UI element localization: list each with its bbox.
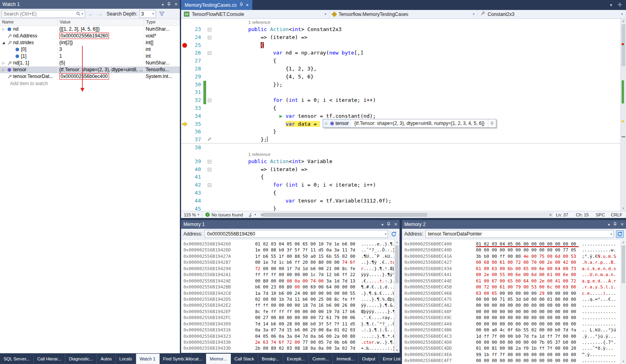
- memory-row[interactable]: 0x000002556B1942D502 00 00 1b 7d 11 b6 0…: [183, 296, 394, 302]
- current-statement-margin[interactable]: [181, 120, 189, 128]
- expander-icon[interactable]: ◢: [1, 39, 6, 46]
- refresh-icon[interactable]: [616, 230, 624, 238]
- memory-row[interactable]: 0x000002556B0EC4A900 00 00 00 00 00 00 0…: [404, 321, 620, 327]
- address-input-box[interactable]: ▾: [205, 230, 388, 238]
- breakpoint-margin[interactable]: [181, 112, 189, 120]
- memory-row[interactable]: 0x000002556B1942AE00 80 00 00 08 0a 00 7…: [183, 278, 394, 284]
- memory-row[interactable]: 0x000002556B0EC47500 00 00 71 05 3d b0 0…: [404, 296, 620, 302]
- watch-row[interactable]: [1]1int: [0, 53, 180, 60]
- breakpoint-margin[interactable]: [181, 104, 189, 112]
- memory-1-hex-dump[interactable]: 0x000002556B19426001 02 03 04 05 06 65 0…: [181, 240, 394, 353]
- column-header-value[interactable]: Value: [58, 19, 144, 25]
- pin-icon[interactable]: [488, 119, 496, 127]
- expander-icon[interactable]: ▷: [1, 66, 6, 73]
- breakpoint-margin[interactable]: [181, 65, 189, 73]
- codelens-references[interactable]: 1 reference: [181, 19, 620, 25]
- memory-row[interactable]: 0x000002556B0EC44E61 00 67 00 65 00 64 0…: [404, 278, 620, 284]
- expander-icon[interactable]: ▷: [1, 26, 6, 33]
- breakpoint-margin[interactable]: [181, 73, 189, 81]
- scroll-down-icon[interactable]: ▼: [394, 348, 400, 353]
- memory-row[interactable]: 0x000002556B0EC4C31d ff 7f 00 00 b0 7d f…: [404, 333, 620, 339]
- breakpoint-margin[interactable]: [181, 189, 189, 197]
- fold-toggle[interactable]: −: [206, 33, 213, 41]
- column-header-name[interactable]: Name: [0, 19, 58, 25]
- memory-row[interactable]: 0x000002556B0EC4B600 00 a0 4c 0f 6b 55 0…: [404, 327, 620, 333]
- breakpoint-margin[interactable]: [181, 181, 189, 189]
- memory-row[interactable]: 0x000002556B19433D2b 00 89 02 03 08 18 0…: [183, 345, 394, 351]
- zoom-control[interactable]: 115 %▾: [181, 211, 202, 218]
- status-spaces-mode[interactable]: SPC: [594, 212, 609, 217]
- breakpoint-margin[interactable]: [181, 96, 189, 104]
- memory-row[interactable]: 0x000002556B1942A1ff ff ff 00 00 00 00 1…: [183, 272, 394, 278]
- watch-row[interactable]: [0]3int: [0, 46, 180, 53]
- watch-row[interactable]: ▷nd[1, 1]{5}NumShar...: [0, 60, 180, 66]
- column-header-type[interactable]: Type: [144, 19, 180, 25]
- memory-row[interactable]: 0x000002556B19429472 00 00 00 1f 7d 1d b…: [183, 266, 394, 272]
- refresh-icon[interactable]: [390, 231, 397, 237]
- memory-row[interactable]: 0x000002556B19426001 02 03 04 05 06 65 0…: [183, 241, 394, 247]
- scrollbar-thumb[interactable]: [622, 24, 625, 66]
- memory-row[interactable]: 0x000002556B1943160a 3a 07 7d 15 b6 00 2…: [183, 327, 394, 333]
- memory-row[interactable]: 0x000002556B0EC45B00 72 00 61 00 79 00 5…: [404, 284, 620, 290]
- bottom-tab-excepti-[interactable]: Excepti...: [283, 354, 309, 364]
- chevron-down-icon[interactable]: ▾: [385, 232, 386, 236]
- bottom-tab-sql-server-[interactable]: SQL Server...: [0, 354, 34, 364]
- watch-row[interactable]: ▷tensor{tf.Tensor: shape=(2, 3), dtype=u…: [0, 66, 180, 73]
- status-line-ending[interactable]: CRLF: [609, 212, 626, 217]
- chevron-down-icon[interactable]: ▾: [381, 222, 383, 227]
- fold-toggle[interactable]: −: [206, 49, 213, 57]
- scroll-up-icon[interactable]: ▲: [394, 240, 400, 245]
- memory-row[interactable]: 0x000002556B0EC44100 2e 00 55 00 6e 00 6…: [404, 272, 620, 278]
- address-input-box[interactable]: ▾: [425, 230, 614, 238]
- search-dropdown-icon[interactable]: ▾: [82, 12, 83, 16]
- breakpoint-margin[interactable]: [181, 41, 189, 49]
- bottom-tab--allocat-[interactable]: 'Allocat...: [181, 354, 206, 364]
- breakpoint-margin[interactable]: [181, 25, 189, 33]
- codelens-references[interactable]: 1 reference: [181, 152, 620, 158]
- memory-row[interactable]: 0x000002556B19426D1e 00 88 b0 3f 5f 7f 1…: [183, 247, 394, 253]
- breakpoint-margin[interactable]: [181, 173, 189, 181]
- fold-toggle[interactable]: −: [206, 158, 213, 165]
- breakpoint-margin[interactable]: [181, 165, 189, 173]
- breakpoint-margin[interactable]: [181, 88, 189, 96]
- breakpoint-margin[interactable]: [181, 144, 189, 152]
- memory-2-hex-dump[interactable]: 0x000002556B0EC40001 02 03 04 05 06 00 0…: [402, 240, 620, 364]
- member-dropdown[interactable]: Constant2x3 ▾: [478, 10, 626, 18]
- memory-row[interactable]: 0x000002556B0EC4EA99 1b ff 7f 00 00 00 0…: [404, 352, 620, 358]
- bottom-tab-memor-[interactable]: Memor...: [206, 354, 231, 364]
- memory-row[interactable]: 0x000002556B0EC48200 00 00 00 00 00 00 0…: [404, 302, 620, 308]
- search-input[interactable]: [4, 11, 75, 17]
- memory-row[interactable]: 0x000002556B1943097d 14 b6 00 28 00 88 b…: [183, 321, 394, 327]
- breakpoint-margin[interactable]: [181, 81, 189, 89]
- pin-icon[interactable]: [167, 2, 171, 7]
- bottom-tab-immedi-[interactable]: Immedi...: [333, 354, 358, 364]
- scrollbar-thumb[interactable]: [622, 245, 625, 283]
- scroll-up-icon[interactable]: ▲: [621, 19, 626, 23]
- fold-toggle[interactable]: −: [206, 25, 213, 33]
- memory-row[interactable]: 0x000002556B1942C81a 7d 10 b6 00 24 00 8…: [183, 290, 394, 296]
- memory-row[interactable]: 0x000002556B0EC4DD01 00 81 00 98 2a f0 1…: [404, 345, 620, 351]
- filter-icon[interactable]: [158, 12, 166, 16]
- pin-icon[interactable]: [387, 222, 390, 227]
- memory-row[interactable]: 0x000002556B0EC49C00 00 00 00 00 00 00 0…: [404, 315, 620, 321]
- bottom-tab-breakp-[interactable]: Breakp...: [258, 354, 283, 364]
- editor-horizontal-scrollbar[interactable]: ◀ ▶: [260, 212, 553, 217]
- watch-row[interactable]: nd.Address0x000002556b194260void*: [0, 33, 180, 39]
- expander-icon[interactable]: ▷: [324, 122, 329, 125]
- scrollbar-thumb[interactable]: [395, 245, 399, 283]
- close-icon[interactable]: ×: [174, 2, 177, 6]
- memory-row[interactable]: 0x000002556B19427A1f b6 55 1f 00 88 50 a…: [183, 253, 394, 259]
- scroll-up-icon[interactable]: ▲: [621, 240, 626, 245]
- expander-icon[interactable]: ▷: [1, 60, 6, 66]
- memory-row[interactable]: 0x000002556B0EC43461 00 63 00 6b 00 65 0…: [404, 266, 620, 272]
- memory-row[interactable]: 0x000002556B0EC46863 00 65 00 00 00 00 0…: [404, 290, 620, 296]
- add-watch-item-row[interactable]: Add item to watch: [0, 80, 180, 87]
- search-depth-select[interactable]: 3▾: [139, 10, 156, 18]
- type-dropdown[interactable]: Tensorflow.MemoryTestingCases ▾: [330, 10, 478, 18]
- scroll-down-icon[interactable]: ▼: [621, 359, 626, 364]
- memory-row[interactable]: 0x000002556B1942BBb6 00 23 00 80 00 00 6…: [183, 284, 394, 290]
- breakpoint-margin[interactable]: [181, 158, 189, 165]
- memory-row[interactable]: 0x000002556B0EC41A3b b0 00 ff 00 80 4e 0…: [404, 253, 620, 259]
- memory-row[interactable]: 0x000002556B1942FC00 27 00 80 00 00 00 0…: [183, 315, 394, 321]
- search-prev-button[interactable]: ←: [87, 11, 94, 17]
